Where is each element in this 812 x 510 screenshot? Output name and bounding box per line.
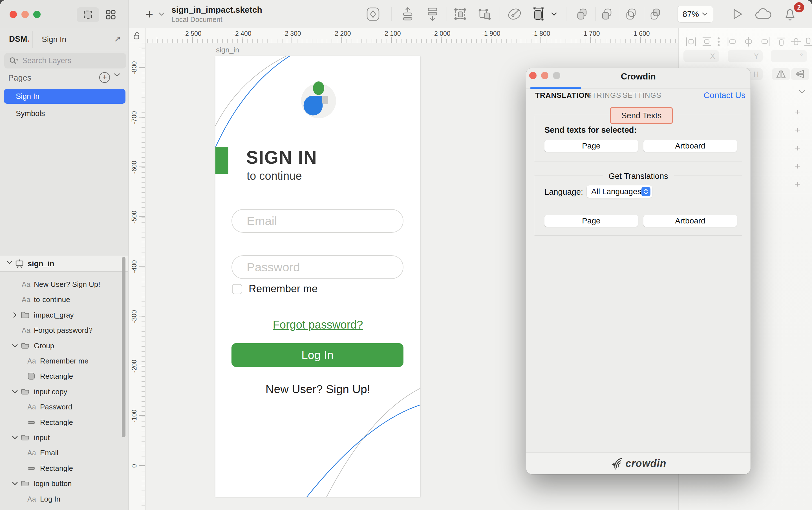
layer-row[interactable]: AaForgot password? <box>0 323 124 338</box>
search-input[interactable]: Search Layers <box>4 53 126 68</box>
symbol-tool-icon[interactable] <box>365 7 381 22</box>
send-page-button[interactable]: Page <box>545 140 638 152</box>
chevron-down-icon[interactable] <box>6 260 13 266</box>
password-field[interactable]: Password <box>231 255 403 279</box>
canvas-view-icon <box>82 9 94 20</box>
add-border-button[interactable]: + <box>795 143 801 154</box>
boolean-intersect-icon[interactable] <box>622 7 639 22</box>
ruler-label: -400 <box>130 261 138 273</box>
tab-dsm[interactable]: DSM. <box>9 34 30 44</box>
email-field[interactable]: Email <box>231 209 403 233</box>
insert-button[interactable]: + <box>142 7 156 22</box>
align-middle-v-icon[interactable] <box>790 36 802 49</box>
toolbar-sidebar-segment <box>0 0 128 28</box>
y-position-field[interactable]: Y <box>728 50 763 62</box>
align-center-h-icon[interactable] <box>742 36 755 49</box>
layer-row[interactable]: AaPassword <box>0 399 124 415</box>
boolean-subtract-icon[interactable] <box>598 7 615 22</box>
sidebar-item-sign-in-page[interactable]: Sign In <box>4 89 125 104</box>
forgot-password-link[interactable]: Forgot password? <box>215 319 420 331</box>
add-style-button[interactable]: + <box>795 107 801 118</box>
add-fill-button[interactable]: + <box>795 124 801 136</box>
bring-forward-icon[interactable] <box>400 7 415 22</box>
distribute-horizontal-icon[interactable] <box>685 36 697 49</box>
tab-settings[interactable]: SETTINGS <box>622 91 662 100</box>
layer-row[interactable]: Rectangle <box>0 415 124 430</box>
insert-chevron[interactable] <box>157 7 166 22</box>
language-label: Language: <box>545 187 583 197</box>
layer-row[interactable]: Rectangle <box>0 461 124 476</box>
layer-root-row[interactable]: sign_in <box>0 256 128 272</box>
send-for-selected-label: Send texts for selected: <box>545 125 637 135</box>
layer-row[interactable]: AaEmail <box>0 445 124 460</box>
layer-row[interactable]: Aato-continue <box>0 292 124 307</box>
folder-open-icon <box>21 342 30 350</box>
ruler-corner[interactable] <box>128 28 145 43</box>
open-in-new-icon[interactable]: ↗ <box>114 34 121 44</box>
log-in-button[interactable]: Log In <box>231 343 403 367</box>
tab-sign-in[interactable]: Sign In <box>42 35 66 44</box>
group-icon[interactable] <box>452 7 469 22</box>
send-texts-button[interactable]: Send Texts <box>610 107 673 124</box>
layer-row[interactable]: AaLog In <box>0 491 124 507</box>
close-window-button[interactable] <box>9 11 17 18</box>
send-backward-icon[interactable] <box>425 7 440 22</box>
layer-row[interactable]: AaNew User? Sign Up! <box>0 277 124 292</box>
boolean-difference-icon[interactable] <box>647 7 664 22</box>
preview-play-button[interactable] <box>729 7 746 22</box>
boolean-union-icon[interactable] <box>574 7 590 22</box>
get-artboard-button[interactable]: Artboard <box>643 215 737 227</box>
ruler-major-ticks <box>139 43 145 510</box>
grid-view-toggle[interactable] <box>102 7 120 22</box>
minimize-window-button[interactable] <box>22 11 29 18</box>
scale-chevron[interactable] <box>550 7 558 22</box>
align-right-icon[interactable] <box>759 36 771 49</box>
scale-tool-icon[interactable] <box>531 7 548 22</box>
layers-scrollbar[interactable] <box>122 257 125 437</box>
align-top-icon[interactable] <box>776 36 787 49</box>
canvas-view-toggle[interactable] <box>77 7 99 22</box>
remember-me-checkbox[interactable] <box>232 284 242 294</box>
layer-row[interactable]: AaRemember me <box>0 353 124 368</box>
flip-vertical-button[interactable] <box>791 68 809 80</box>
send-artboard-button[interactable]: Artboard <box>643 140 737 152</box>
section-collapse-chevron[interactable] <box>798 89 806 95</box>
get-page-button[interactable]: Page <box>545 215 638 227</box>
tab-translation[interactable]: TRANSLATION <box>535 91 590 100</box>
edit-shape-icon[interactable] <box>505 7 524 22</box>
x-position-field[interactable]: X <box>684 50 719 62</box>
pages-collapse-chevron[interactable] <box>113 73 121 78</box>
sign-in-subheading: to continue <box>247 170 302 182</box>
rectangle-layer-icon <box>27 372 35 380</box>
tab-strings[interactable]: STRINGS <box>587 91 621 100</box>
layer-row[interactable]: Rectangle <box>0 368 124 384</box>
layer-row[interactable]: input copy <box>0 384 124 399</box>
ruler-label: -2 300 <box>283 30 301 37</box>
layer-row[interactable]: input <box>0 430 124 445</box>
rotation-field[interactable]: ° <box>771 50 807 62</box>
add-page-button[interactable]: + <box>99 72 110 83</box>
align-left-icon[interactable] <box>726 36 738 49</box>
flip-horizontal-button[interactable] <box>772 68 790 80</box>
more-dots-icon[interactable] <box>717 36 720 49</box>
folder-open-icon <box>21 388 30 395</box>
layer-row[interactable]: impact_gray <box>0 307 124 323</box>
sign-up-link[interactable]: New User? Sign Up! <box>215 383 420 396</box>
layer-row[interactable]: login button <box>0 476 124 491</box>
language-dropdown[interactable]: All Languages <box>587 185 652 198</box>
cloud-share-button[interactable] <box>753 7 773 22</box>
layer-row[interactable]: Group <box>0 338 124 353</box>
add-shadow-button[interactable]: + <box>795 160 801 172</box>
artboard-title[interactable]: sign_in <box>216 46 239 54</box>
zoom-window-button[interactable] <box>33 11 40 18</box>
distribute-vertical-icon[interactable] <box>701 36 713 49</box>
sidebar-item-symbols-page[interactable]: Symbols <box>16 109 45 118</box>
align-bottom-icon[interactable] <box>804 36 812 49</box>
zoom-dropdown[interactable]: 87% <box>677 6 713 23</box>
artboard-sign-in[interactable]: SIGN IN to continue Email Password Remem… <box>215 56 420 497</box>
folder-icon <box>21 311 30 319</box>
dialog-footer: crowdin <box>526 452 751 474</box>
add-blur-button[interactable]: + <box>795 179 801 190</box>
ungroup-icon[interactable] <box>476 7 493 22</box>
contact-us-link[interactable]: Contact Us <box>704 90 746 100</box>
